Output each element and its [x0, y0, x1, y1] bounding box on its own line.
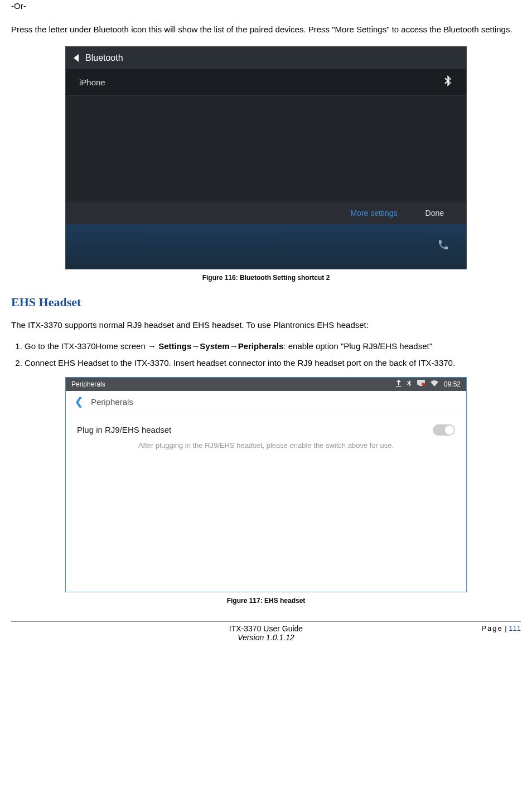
footer: ITX-3370 User Guide Version 1.0.1.12 Pag… [11, 624, 521, 651]
device-name: iPhone [79, 78, 105, 87]
back-chevron-icon[interactable]: ❮ [75, 395, 83, 408]
page-number: 111 [509, 624, 521, 632]
plug-toggle[interactable] [433, 424, 455, 436]
steps-list: Go to the ITX-3370Home screen → Settings… [11, 339, 521, 371]
footer-divider [11, 621, 521, 622]
phone-icon[interactable] [437, 239, 449, 254]
statusbar-title: Peripherals [71, 380, 105, 388]
plug-row: Plug in RJ9/EHS headset [77, 421, 455, 439]
figure-117: Peripherals 09:52 ❮ Peripherals [11, 377, 521, 592]
ehs-intro: The ITX-3370 supports normal RJ9 headset… [11, 318, 521, 332]
plug-subtext: After plugging in the RJ9/EHS headset, p… [77, 439, 455, 450]
figure-116-caption: Figure 116: Bluetooth Setting shortcut 2 [11, 274, 521, 282]
peripherals-body: Plug in RJ9/EHS headset After plugging i… [66, 413, 466, 592]
status-time: 09:52 [444, 380, 461, 388]
footer-title: ITX-3370 User Guide [229, 624, 303, 633]
step-2: Connect EHS Headset to the ITX-3370. Ins… [25, 355, 521, 371]
upload-icon [396, 380, 402, 388]
network-icon [417, 380, 425, 388]
or-text: -Or- [11, 0, 521, 13]
peripherals-screenshot: Peripherals 09:52 ❮ Peripherals [65, 377, 467, 592]
more-settings-link[interactable]: More settings [350, 209, 397, 218]
step1-bold: Settings→System→Peripherals [158, 341, 283, 351]
nav-title: Peripherals [91, 397, 133, 407]
footer-page: Page | 111 [481, 624, 521, 632]
ehs-headset-heading: EHS Headset [11, 295, 521, 310]
peripherals-nav: ❮ Peripherals [66, 391, 466, 413]
done-link[interactable]: Done [425, 209, 444, 218]
svg-point-2 [422, 383, 425, 386]
status-bar: Peripherals 09:52 [66, 378, 466, 391]
intro-paragraph: Press the letter under Bluetooth icon th… [11, 23, 521, 36]
step-1: Go to the ITX-3370Home screen → Settings… [25, 339, 521, 355]
figure-117-caption: Figure 117: EHS headset [11, 597, 521, 605]
paired-device-row[interactable]: iPhone [66, 69, 466, 96]
bluetooth-header: Bluetooth [66, 47, 466, 69]
page-label: Page [481, 624, 502, 632]
bluetooth-status-icon [407, 380, 412, 388]
call-bar [66, 224, 466, 269]
footer-version: Version 1.0.1.12 [229, 633, 303, 642]
bluetooth-icon [444, 75, 453, 89]
dim-area [66, 96, 466, 202]
action-row: More settings Done [66, 202, 466, 224]
plug-label: Plug in RJ9/EHS headset [77, 425, 171, 434]
back-icon[interactable] [74, 54, 79, 62]
footer-center: ITX-3370 User Guide Version 1.0.1.12 [229, 624, 303, 642]
wifi-icon [431, 380, 438, 388]
bluetooth-title: Bluetooth [85, 53, 123, 63]
figure-116: Bluetooth iPhone More settings Done [11, 46, 521, 269]
status-icons: 09:52 [396, 380, 461, 388]
step1-part3: : enable option "Plug RJ9/EHS headset" [283, 341, 432, 351]
bluetooth-screenshot: Bluetooth iPhone More settings Done [65, 46, 467, 269]
step1-part1: Go to the ITX-3370Home screen → [25, 341, 156, 351]
page-sep: | [503, 624, 509, 632]
